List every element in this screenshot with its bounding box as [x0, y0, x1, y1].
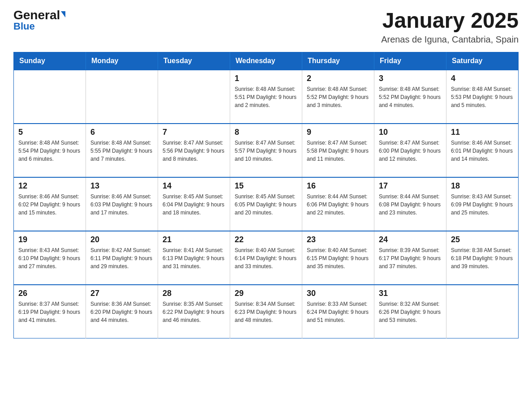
calendar-cell: 6Sunrise: 8:48 AM Sunset: 5:55 PM Daylig… — [86, 124, 158, 177]
calendar-cell: 14Sunrise: 8:45 AM Sunset: 6:04 PM Dayli… — [158, 177, 230, 231]
day-number: 4 — [451, 74, 514, 83]
day-info: Sunrise: 8:41 AM Sunset: 6:13 PM Dayligh… — [163, 246, 225, 270]
calendar-cell: 23Sunrise: 8:40 AM Sunset: 6:15 PM Dayli… — [302, 231, 374, 285]
day-info: Sunrise: 8:44 AM Sunset: 6:06 PM Dayligh… — [307, 193, 369, 217]
day-number: 15 — [235, 181, 297, 191]
title-area: January 2025 Arenas de Iguna, Cantabria,… — [381, 9, 519, 45]
calendar-cell: 20Sunrise: 8:42 AM Sunset: 6:11 PM Dayli… — [86, 231, 158, 285]
calendar-cell: 15Sunrise: 8:45 AM Sunset: 6:05 PM Dayli… — [230, 177, 302, 231]
day-info: Sunrise: 8:48 AM Sunset: 5:53 PM Dayligh… — [451, 85, 514, 109]
day-number: 6 — [90, 128, 153, 137]
calendar-week-row: 19Sunrise: 8:43 AM Sunset: 6:10 PM Dayli… — [14, 231, 519, 285]
calendar-cell: 9Sunrise: 8:47 AM Sunset: 5:58 PM Daylig… — [302, 124, 374, 177]
logo-triangle-icon — [61, 11, 65, 17]
day-info: Sunrise: 8:48 AM Sunset: 5:54 PM Dayligh… — [18, 139, 81, 163]
day-number: 10 — [379, 128, 442, 137]
day-info: Sunrise: 8:43 AM Sunset: 6:09 PM Dayligh… — [451, 193, 514, 217]
calendar-cell: 13Sunrise: 8:46 AM Sunset: 6:03 PM Dayli… — [86, 177, 158, 231]
day-number: 24 — [379, 235, 442, 244]
day-info: Sunrise: 8:47 AM Sunset: 5:58 PM Dayligh… — [307, 139, 369, 163]
calendar-table: SundayMondayTuesdayWednesdayThursdayFrid… — [13, 52, 519, 339]
day-number: 17 — [379, 181, 442, 191]
calendar-cell: 28Sunrise: 8:35 AM Sunset: 6:22 PM Dayli… — [158, 285, 230, 338]
calendar-cell: 19Sunrise: 8:43 AM Sunset: 6:10 PM Dayli… — [14, 231, 86, 285]
calendar-cell: 16Sunrise: 8:44 AM Sunset: 6:06 PM Dayli… — [302, 177, 374, 231]
calendar-cell — [14, 70, 86, 124]
calendar-cell: 2Sunrise: 8:48 AM Sunset: 5:52 PM Daylig… — [302, 70, 374, 124]
day-number: 9 — [307, 128, 369, 137]
day-info: Sunrise: 8:47 AM Sunset: 5:57 PM Dayligh… — [235, 139, 297, 163]
column-header-friday: Friday — [374, 52, 446, 70]
day-info: Sunrise: 8:37 AM Sunset: 6:19 PM Dayligh… — [18, 300, 81, 324]
calendar-cell: 1Sunrise: 8:48 AM Sunset: 5:51 PM Daylig… — [230, 70, 302, 124]
calendar-header-row: SundayMondayTuesdayWednesdayThursdayFrid… — [14, 52, 519, 70]
calendar-week-row: 1Sunrise: 8:48 AM Sunset: 5:51 PM Daylig… — [14, 70, 519, 124]
day-number: 26 — [18, 289, 81, 298]
calendar-cell: 11Sunrise: 8:46 AM Sunset: 6:01 PM Dayli… — [446, 124, 519, 177]
day-info: Sunrise: 8:48 AM Sunset: 5:55 PM Dayligh… — [90, 139, 153, 163]
day-info: Sunrise: 8:48 AM Sunset: 5:52 PM Dayligh… — [379, 85, 442, 109]
day-info: Sunrise: 8:43 AM Sunset: 6:10 PM Dayligh… — [18, 246, 81, 270]
header-area: General Blue January 2025 Arenas de Igun… — [13, 9, 519, 45]
calendar-cell: 4Sunrise: 8:48 AM Sunset: 5:53 PM Daylig… — [446, 70, 519, 124]
day-number: 23 — [307, 235, 369, 244]
column-header-monday: Monday — [86, 52, 158, 70]
day-info: Sunrise: 8:40 AM Sunset: 6:14 PM Dayligh… — [235, 246, 297, 270]
calendar-cell — [158, 70, 230, 124]
day-info: Sunrise: 8:47 AM Sunset: 5:56 PM Dayligh… — [163, 139, 225, 163]
day-number: 11 — [451, 128, 514, 137]
day-info: Sunrise: 8:48 AM Sunset: 5:52 PM Dayligh… — [307, 85, 369, 109]
calendar-cell: 25Sunrise: 8:38 AM Sunset: 6:18 PM Dayli… — [446, 231, 519, 285]
day-info: Sunrise: 8:46 AM Sunset: 6:03 PM Dayligh… — [90, 193, 153, 217]
day-info: Sunrise: 8:45 AM Sunset: 6:04 PM Dayligh… — [163, 193, 225, 217]
day-number: 5 — [18, 128, 81, 137]
calendar-week-row: 26Sunrise: 8:37 AM Sunset: 6:19 PM Dayli… — [14, 285, 519, 338]
day-number: 13 — [90, 181, 153, 191]
calendar-cell: 27Sunrise: 8:36 AM Sunset: 6:20 PM Dayli… — [86, 285, 158, 338]
day-info: Sunrise: 8:46 AM Sunset: 6:02 PM Dayligh… — [18, 193, 81, 217]
day-info: Sunrise: 8:39 AM Sunset: 6:17 PM Dayligh… — [379, 246, 442, 270]
calendar-header: SundayMondayTuesdayWednesdayThursdayFrid… — [14, 52, 519, 70]
day-number: 22 — [235, 235, 297, 244]
day-number: 28 — [163, 289, 225, 298]
day-number: 30 — [307, 289, 369, 298]
calendar-cell: 17Sunrise: 8:44 AM Sunset: 6:08 PM Dayli… — [374, 177, 446, 231]
day-info: Sunrise: 8:42 AM Sunset: 6:11 PM Dayligh… — [90, 246, 153, 270]
calendar-cell: 21Sunrise: 8:41 AM Sunset: 6:13 PM Dayli… — [158, 231, 230, 285]
day-info: Sunrise: 8:45 AM Sunset: 6:05 PM Dayligh… — [235, 193, 297, 217]
day-number: 21 — [163, 235, 225, 244]
calendar-cell: 31Sunrise: 8:32 AM Sunset: 6:26 PM Dayli… — [374, 285, 446, 338]
calendar-week-row: 12Sunrise: 8:46 AM Sunset: 6:02 PM Dayli… — [14, 177, 519, 231]
calendar-cell: 24Sunrise: 8:39 AM Sunset: 6:17 PM Dayli… — [374, 231, 446, 285]
day-number: 27 — [90, 289, 153, 298]
day-number: 8 — [235, 128, 297, 137]
calendar-body: 1Sunrise: 8:48 AM Sunset: 5:51 PM Daylig… — [14, 70, 519, 338]
day-info: Sunrise: 8:47 AM Sunset: 6:00 PM Dayligh… — [379, 139, 442, 163]
logo-general-text: General — [13, 9, 60, 21]
calendar-cell: 26Sunrise: 8:37 AM Sunset: 6:19 PM Dayli… — [14, 285, 86, 338]
column-header-thursday: Thursday — [302, 52, 374, 70]
day-number: 7 — [163, 128, 225, 137]
calendar-cell: 3Sunrise: 8:48 AM Sunset: 5:52 PM Daylig… — [374, 70, 446, 124]
day-number: 20 — [90, 235, 153, 244]
page-subtitle: Arenas de Iguna, Cantabria, Spain — [381, 34, 519, 45]
calendar-cell: 22Sunrise: 8:40 AM Sunset: 6:14 PM Dayli… — [230, 231, 302, 285]
day-number: 3 — [379, 74, 442, 83]
column-header-saturday: Saturday — [446, 52, 519, 70]
calendar-cell: 12Sunrise: 8:46 AM Sunset: 6:02 PM Dayli… — [14, 177, 86, 231]
logo: General Blue — [13, 9, 65, 31]
calendar-cell — [446, 285, 519, 338]
day-number: 16 — [307, 181, 369, 191]
day-info: Sunrise: 8:48 AM Sunset: 5:51 PM Dayligh… — [235, 85, 297, 109]
calendar-cell — [86, 70, 158, 124]
day-number: 1 — [235, 74, 297, 83]
day-number: 18 — [451, 181, 514, 191]
day-info: Sunrise: 8:34 AM Sunset: 6:23 PM Dayligh… — [235, 300, 297, 324]
day-number: 2 — [307, 74, 369, 83]
day-number: 25 — [451, 235, 514, 244]
calendar-week-row: 5Sunrise: 8:48 AM Sunset: 5:54 PM Daylig… — [14, 124, 519, 177]
calendar-cell: 10Sunrise: 8:47 AM Sunset: 6:00 PM Dayli… — [374, 124, 446, 177]
day-info: Sunrise: 8:33 AM Sunset: 6:24 PM Dayligh… — [307, 300, 369, 324]
calendar-cell: 5Sunrise: 8:48 AM Sunset: 5:54 PM Daylig… — [14, 124, 86, 177]
day-info: Sunrise: 8:32 AM Sunset: 6:26 PM Dayligh… — [379, 300, 442, 324]
